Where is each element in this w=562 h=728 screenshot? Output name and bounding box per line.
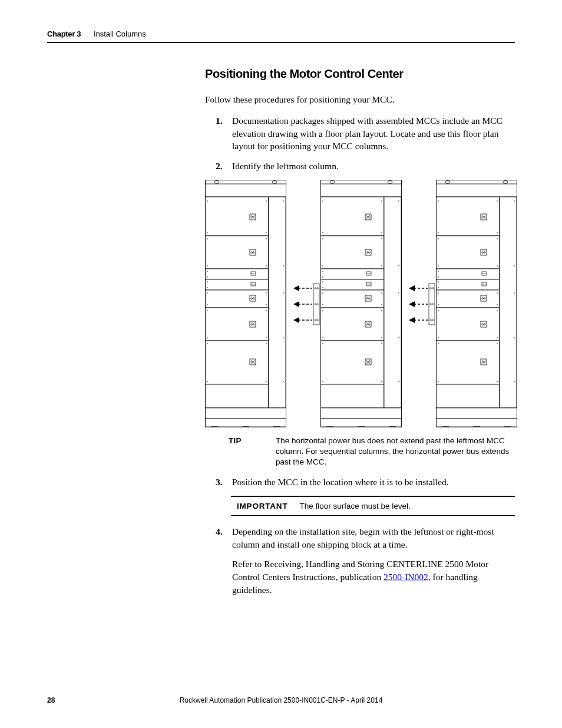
page-header: Chapter 3 Install Columns: [47, 29, 515, 43]
bus-arrows-icon: [292, 180, 320, 427]
step-text: Documentation packages shipped with asse…: [232, 116, 503, 151]
intro-paragraph: Follow these procedures for positioning …: [205, 94, 515, 106]
step-number: 1.: [216, 114, 223, 127]
mcc-columns-figure: [205, 180, 515, 427]
publication-link[interactable]: 2500-IN002: [384, 572, 428, 582]
step-number: 3.: [216, 476, 223, 489]
chapter-title: Install Columns: [94, 29, 146, 38]
step-1: 1. Documentation packages shipped with a…: [205, 114, 515, 153]
step-2: 2. Identify the leftmost column.: [205, 160, 515, 173]
tip-label: TIP: [229, 436, 276, 468]
content-area: Positioning the Motor Control Center Fol…: [205, 59, 515, 603]
mcc-column-2: [292, 180, 402, 427]
cabinet-drawing-icon: [436, 180, 517, 427]
step-text: Position the MCC in the location where i…: [232, 477, 449, 487]
section-heading: Positioning the Motor Control Center: [205, 67, 515, 81]
cabinet-drawing-icon: [320, 180, 402, 427]
step-text: Identify the leftmost column.: [232, 161, 339, 171]
chapter-label: Chapter 3: [47, 29, 81, 38]
mcc-column-1: [205, 180, 286, 427]
bus-arrows-icon: [408, 180, 436, 427]
step-3: 3. Position the MCC in the location wher…: [205, 476, 515, 489]
cabinet-drawing-icon: [205, 180, 286, 427]
important-box: IMPORTANT The floor surface must be leve…: [231, 496, 515, 516]
important-text: The floor surface must be level.: [299, 502, 410, 510]
step-number: 2.: [216, 160, 223, 173]
important-label: IMPORTANT: [237, 502, 287, 510]
tip-block: TIP The horizontal power bus does not ex…: [229, 436, 515, 468]
reference-paragraph: Refer to Receiving, Handling and Storing…: [232, 558, 515, 596]
tip-text: The horizontal power bus does not extend…: [276, 436, 515, 468]
step-text: Depending on the installation site, begi…: [232, 526, 494, 549]
page-footer: 28 Rockwell Automation Publication 2500-…: [47, 696, 515, 704]
step-4: 4. Depending on the installation site, b…: [205, 525, 515, 596]
mcc-column-3: [408, 180, 517, 427]
step-number: 4.: [216, 525, 223, 538]
publication-info: Rockwell Automation Publication 2500-IN0…: [47, 696, 515, 704]
